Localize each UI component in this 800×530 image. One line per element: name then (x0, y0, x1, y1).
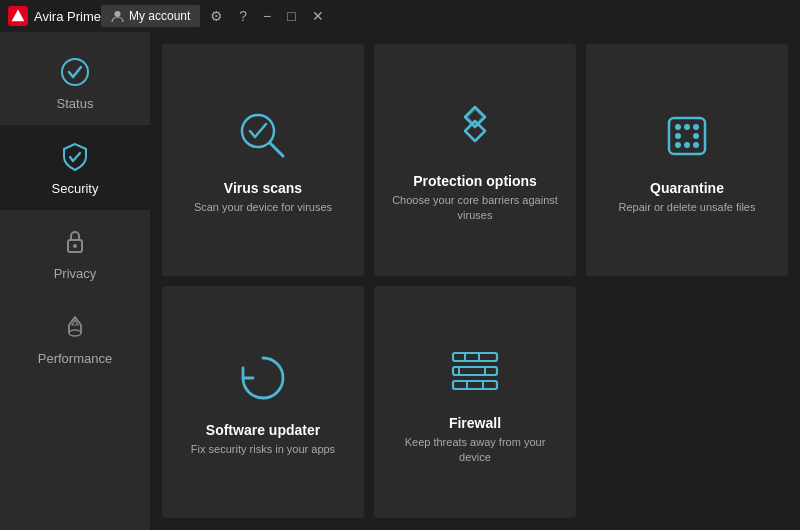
my-account-button[interactable]: My account (101, 5, 200, 27)
card-empty (586, 286, 788, 518)
card-virus-scans[interactable]: Virus scans Scan your device for viruses (162, 44, 364, 276)
performance-icon (57, 309, 93, 345)
software-updater-title: Software updater (206, 422, 320, 438)
svg-line-6 (270, 143, 283, 156)
svg-point-11 (675, 124, 681, 130)
firewall-title: Firewall (449, 415, 501, 431)
firewall-desc: Keep threats away from your device (390, 435, 560, 466)
virus-scans-desc: Scan your device for viruses (194, 200, 332, 215)
my-account-label: My account (129, 9, 190, 23)
sidebar-item-performance[interactable]: Performance (0, 295, 150, 380)
svg-point-13 (693, 124, 699, 130)
privacy-icon (57, 224, 93, 260)
svg-point-15 (693, 133, 699, 139)
status-label: Status (57, 96, 94, 111)
sidebar-item-security[interactable]: Security (0, 125, 150, 210)
svg-rect-10 (669, 118, 705, 154)
svg-point-12 (684, 124, 690, 130)
minimize-button[interactable]: − (257, 6, 277, 26)
status-icon (57, 54, 93, 90)
content-area: Virus scans Scan your device for viruses… (150, 32, 800, 530)
card-firewall[interactable]: Firewall Keep threats away from your dev… (374, 286, 576, 518)
quarantine-title: Quarantine (650, 180, 724, 196)
protection-options-icon (443, 97, 507, 161)
svg-point-14 (675, 133, 681, 139)
svg-point-3 (73, 244, 77, 248)
performance-label: Performance (38, 351, 112, 366)
card-quarantine[interactable]: Quarantine Repair or delete unsafe files (586, 44, 788, 276)
maximize-button[interactable]: □ (281, 6, 301, 26)
titlebar-controls: My account ⚙ ? − □ ✕ (101, 5, 330, 27)
software-updater-desc: Fix security risks in your apps (191, 442, 335, 457)
main-container: Status Security Privacy (0, 32, 800, 530)
svg-rect-21 (453, 381, 497, 389)
quarantine-icon (655, 104, 719, 168)
firewall-icon (443, 339, 507, 403)
help-button[interactable]: ? (233, 6, 253, 26)
svg-point-18 (693, 142, 699, 148)
card-protection-options[interactable]: Protection options Choose your core barr… (374, 44, 576, 276)
avira-icon (8, 6, 28, 26)
quarantine-desc: Repair or delete unsafe files (619, 200, 756, 215)
protection-options-desc: Choose your core barriers against viruse… (390, 193, 560, 224)
software-updater-icon (231, 346, 295, 410)
svg-point-16 (675, 142, 681, 148)
virus-scans-title: Virus scans (224, 180, 302, 196)
security-label: Security (52, 181, 99, 196)
sidebar-item-status[interactable]: Status (0, 40, 150, 125)
svg-point-1 (62, 59, 88, 85)
settings-button[interactable]: ⚙ (204, 6, 229, 26)
security-icon (57, 139, 93, 175)
privacy-label: Privacy (54, 266, 97, 281)
app-title: Avira Prime (34, 9, 101, 24)
sidebar: Status Security Privacy (0, 32, 150, 530)
svg-point-0 (114, 11, 120, 17)
virus-scans-icon (231, 104, 295, 168)
protection-options-title: Protection options (413, 173, 537, 189)
close-button[interactable]: ✕ (306, 6, 330, 26)
sidebar-item-privacy[interactable]: Privacy (0, 210, 150, 295)
svg-rect-19 (453, 353, 497, 361)
app-logo: Avira Prime (8, 6, 101, 26)
svg-point-4 (69, 330, 81, 336)
card-software-updater[interactable]: Software updater Fix security risks in y… (162, 286, 364, 518)
svg-point-17 (684, 142, 690, 148)
titlebar: Avira Prime My account ⚙ ? − □ ✕ (0, 0, 800, 32)
